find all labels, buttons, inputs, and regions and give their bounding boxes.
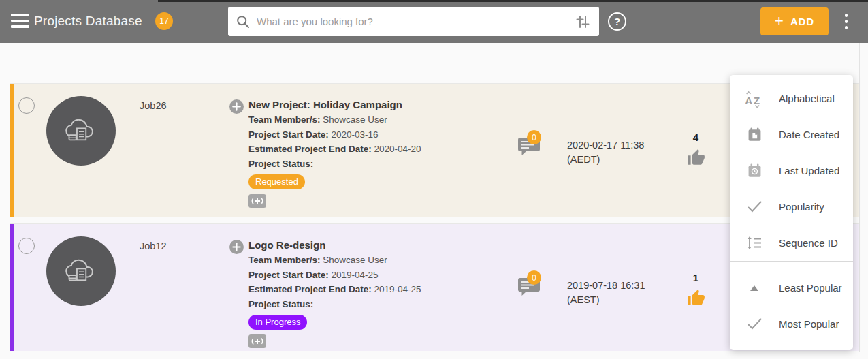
vote-thumb-button[interactable]: [687, 289, 705, 310]
status-label-line: Project Status:: [248, 297, 500, 312]
project-title: New Project: Holiday Campaign: [248, 97, 500, 112]
window-edge-strip: [158, 0, 868, 2]
menu-item-least-popular[interactable]: Least Popular: [730, 270, 853, 306]
menu-item-date-created[interactable]: Date Created: [730, 116, 853, 153]
comment-count-badge: 0: [527, 130, 541, 144]
start-date-line: Project Start Date: 2020-03-16: [248, 127, 500, 142]
sort-dropdown-menu: A Z Alphabetical Date Created: [730, 75, 853, 350]
project-avatar[interactable]: [46, 96, 116, 166]
comment-count-badge: 0: [527, 270, 541, 285]
recurrence-add-icon[interactable]: [248, 334, 266, 348]
search-bar[interactable]: [228, 7, 599, 36]
search-input[interactable]: [257, 16, 575, 27]
project-title: Logo Re-design: [248, 238, 500, 253]
sort-direction-group: Least Popular Most Popular: [730, 270, 853, 345]
svg-text:A: A: [745, 94, 752, 106]
menu-item-last-updated[interactable]: Last Updated: [730, 153, 853, 189]
team-members-line: Team Member/s: Showcase User: [248, 112, 500, 127]
last-updated-value: 2020-02-17 11:38 (AEDT): [567, 138, 683, 167]
projects-database-screen: Projects Database 17 ? + ADD Project: [0, 0, 868, 359]
votes-cell: 1: [681, 272, 711, 310]
hamburger-menu-icon[interactable]: [11, 14, 30, 29]
check-icon: [743, 201, 765, 213]
recurrence-add-icon[interactable]: [248, 194, 266, 208]
cloud-document-icon: [61, 251, 101, 291]
end-date-line: Estimated Project End Date: 2019-04-25: [248, 282, 500, 297]
expand-plus-icon[interactable]: [229, 240, 244, 254]
calendar-created-icon: [743, 127, 765, 142]
comments-button[interactable]: 0: [517, 277, 545, 300]
cloud-document-icon: [61, 111, 101, 151]
project-details: Logo Re-design Team Member/s: Showcase U…: [248, 238, 500, 348]
project-number: Job26: [140, 100, 167, 111]
last-updated-value: 2019-07-18 16:31 (AEST): [567, 279, 683, 307]
search-icon: [236, 15, 250, 29]
start-date-line: Project Start Date: 2019-04-25: [248, 268, 500, 283]
votes-cell: 4: [681, 131, 711, 170]
triangle-up-icon: [743, 285, 765, 291]
team-members-line: Team Member/s: Showcase User: [248, 253, 500, 268]
svg-text:Z: Z: [754, 94, 760, 106]
votes-count: 4: [681, 131, 711, 143]
calendar-clock-icon: [743, 163, 765, 178]
filter-sliders-icon[interactable]: [575, 14, 591, 30]
status-badge: In Progress: [248, 315, 307, 330]
comments-button[interactable]: 0: [517, 137, 545, 160]
votes-count: 1: [681, 272, 711, 283]
add-button[interactable]: + ADD: [760, 7, 829, 35]
row-checkbox[interactable]: [18, 97, 35, 114]
scroll-gutter: [859, 43, 860, 352]
project-avatar[interactable]: [46, 236, 116, 306]
menu-item-sequence-id[interactable]: Sequence ID: [730, 225, 853, 261]
vote-thumb-button[interactable]: [687, 149, 705, 170]
menu-item-alphabetical[interactable]: A Z Alphabetical: [730, 80, 853, 116]
row-checkbox[interactable]: [18, 238, 35, 254]
menu-divider: [730, 261, 853, 262]
status-badge: Requested: [248, 174, 305, 189]
overflow-menu-icon[interactable]: [843, 14, 849, 32]
sequence-icon: [743, 236, 765, 249]
project-details: New Project: Holiday Campaign Team Membe…: [248, 97, 500, 208]
row-accent-bar: [10, 224, 14, 351]
row-accent-bar: [10, 84, 14, 217]
help-icon[interactable]: ?: [608, 12, 626, 31]
project-count-badge: 17: [155, 12, 173, 30]
project-number: Job12: [140, 240, 167, 251]
az-icon: A Z: [743, 89, 765, 108]
menu-item-popularity[interactable]: Popularity: [730, 189, 853, 225]
page-title: Projects Database: [34, 14, 142, 29]
top-bar: Projects Database 17 ? + ADD: [0, 0, 868, 43]
plus-icon: +: [775, 14, 784, 29]
check-icon: [743, 318, 765, 330]
end-date-line: Estimated Project End Date: 2020-04-20: [248, 142, 500, 157]
menu-item-most-popular[interactable]: Most Popular: [730, 306, 853, 342]
status-label-line: Project Status:: [248, 157, 500, 172]
expand-plus-icon[interactable]: [229, 99, 244, 114]
